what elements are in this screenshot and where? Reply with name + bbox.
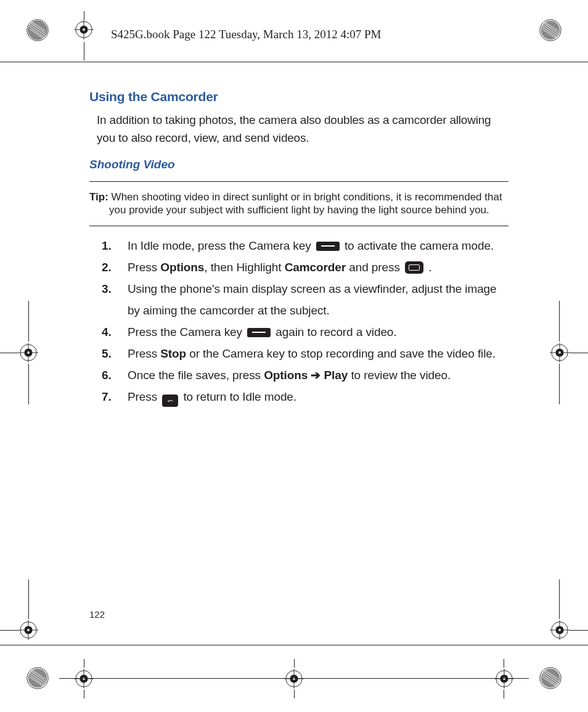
crop-tick <box>294 690 295 698</box>
tip-block: Tip: When shooting video in direct sunli… <box>89 181 508 226</box>
crop-tick <box>28 301 29 342</box>
registration-mark-icon <box>26 18 49 42</box>
step-number: 3. <box>102 278 112 300</box>
crop-tick <box>570 353 588 353</box>
svg-point-33 <box>83 28 85 31</box>
camera-key-icon <box>247 328 271 337</box>
steps-list: 1.In Idle mode, press the Camera key to … <box>102 235 508 408</box>
crop-tick <box>559 301 560 342</box>
registration-mark-icon <box>539 666 562 690</box>
arrow-icon: ➔ <box>311 369 321 382</box>
crop-tick <box>559 364 560 404</box>
svg-point-48 <box>27 629 30 631</box>
svg-point-43 <box>558 351 561 354</box>
crop-tick <box>559 579 560 619</box>
bold-text: Options <box>160 261 204 274</box>
sub-title: Shooting Video <box>89 158 508 171</box>
step-number: 7. <box>102 386 112 407</box>
crop-tick <box>84 690 84 698</box>
svg-point-53 <box>558 629 561 631</box>
step-item: 3.Using the phone's main display screen … <box>102 278 508 321</box>
step-item: 1.In Idle mode, press the Camera key to … <box>102 235 508 256</box>
content-area: Using the Camcorder In addition to takin… <box>89 89 508 408</box>
step-item: 4.Press the Camera key again to record a… <box>102 321 508 343</box>
bold-text: Play <box>324 369 348 382</box>
page-number: 122 <box>89 609 105 620</box>
step-number: 4. <box>102 321 112 343</box>
crosshair-mark-icon <box>284 669 304 689</box>
crop-tick <box>28 579 29 619</box>
crosshair-mark-icon <box>74 669 94 689</box>
crop-tick <box>570 630 588 631</box>
crosshair-mark-icon <box>550 343 570 362</box>
crosshair-mark-icon <box>18 343 38 362</box>
step-item: 2.Press Options, then Highlight Camcorde… <box>102 256 508 278</box>
end-key-icon: ⤺ <box>162 395 178 407</box>
registration-mark-icon <box>26 666 49 690</box>
crosshair-mark-icon <box>550 620 570 640</box>
crosshair-mark-icon <box>74 20 94 39</box>
crop-tick <box>84 42 84 60</box>
crop-tick <box>84 659 84 668</box>
registration-mark-icon <box>539 18 562 42</box>
section-title: Using the Camcorder <box>89 89 508 104</box>
page-header: S425G.book Page 122 Tuesday, March 13, 2… <box>111 28 381 41</box>
crosshair-mark-icon <box>494 669 514 689</box>
rule-line <box>0 62 588 62</box>
rule-line <box>0 645 588 645</box>
crop-tick <box>294 659 295 668</box>
crop-tick <box>84 11 84 20</box>
crop-tick <box>0 353 18 353</box>
tip-label: Tip: <box>89 191 108 203</box>
step-item: 7.Press ⤺ to return to Idle mode. <box>102 386 508 407</box>
select-key-icon <box>405 261 423 274</box>
step-number: 5. <box>102 343 112 364</box>
rule-line <box>59 678 529 679</box>
intro-text: In addition to taking photos, the camera… <box>97 112 508 147</box>
crop-tick <box>0 630 18 631</box>
step-item: 5.Press Stop or the Camera key to stop r… <box>102 343 508 364</box>
crop-tick <box>504 690 504 698</box>
crop-tick <box>28 364 29 404</box>
step-number: 6. <box>102 364 112 386</box>
svg-point-38 <box>27 351 30 354</box>
crosshair-mark-icon <box>18 620 38 640</box>
camera-key-icon <box>316 242 340 251</box>
step-item: 6.Once the file saves, press Options ➔ P… <box>102 364 508 386</box>
bold-text: Stop <box>160 347 186 360</box>
crop-tick <box>504 659 504 668</box>
step-number: 1. <box>102 235 112 256</box>
bold-text: Options <box>264 369 308 382</box>
step-number: 2. <box>102 256 112 278</box>
tip-text: When shooting video in direct sunlight o… <box>109 191 502 216</box>
bold-text: Camcorder <box>285 261 346 274</box>
